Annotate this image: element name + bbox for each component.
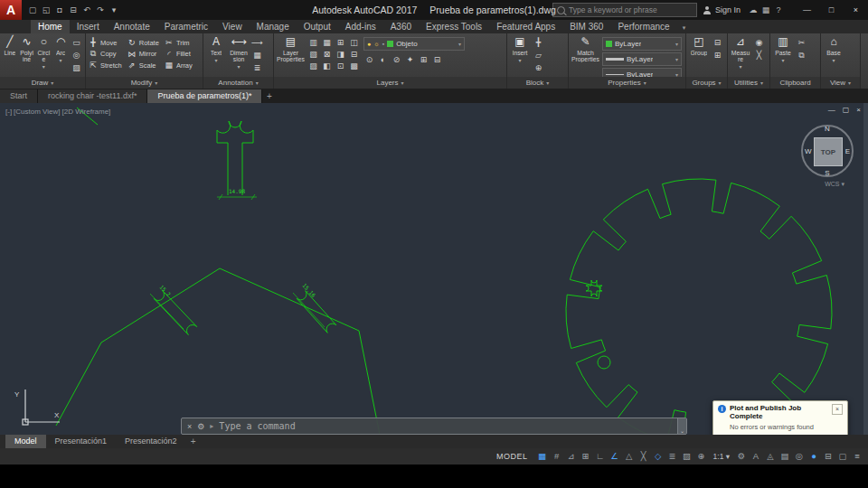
ribbon-tab-bim-360[interactable]: BIM 360 bbox=[562, 20, 610, 33]
visual-style-control[interactable]: [2D Wireframe] bbox=[62, 108, 111, 116]
command-close-icon[interactable]: × bbox=[187, 422, 192, 431]
ribbon-tab-express-tools[interactable]: Express Tools bbox=[419, 20, 489, 33]
object-snap-icon[interactable]: ◇ bbox=[651, 448, 665, 465]
small-tool-icon[interactable]: ╋ bbox=[533, 37, 544, 48]
layer-tool-icon[interactable]: ▨ bbox=[307, 61, 319, 71]
tool-mirror[interactable]: ⋈Mirror bbox=[127, 49, 159, 59]
small-tool-icon[interactable]: ▭ bbox=[71, 37, 82, 48]
tool-group[interactable]: ◰Group bbox=[689, 35, 709, 56]
tool-move[interactable]: ╋Move bbox=[89, 38, 122, 47]
quick-properties-icon[interactable]: ▤ bbox=[778, 448, 792, 465]
help-icon[interactable]: ? bbox=[772, 5, 785, 14]
panel-label-block[interactable]: Block▾ bbox=[507, 77, 568, 89]
small-tool-icon[interactable]: ◉ bbox=[753, 37, 765, 48]
tool-insert[interactable]: ▣Insert▾ bbox=[510, 35, 530, 63]
tool-line[interactable]: ╱Line bbox=[3, 35, 17, 56]
panel-label-properties[interactable]: Properties▾ bbox=[569, 77, 685, 89]
hardware-acceleration-icon[interactable]: ● bbox=[807, 448, 821, 465]
lineweight-icon[interactable]: ≣ bbox=[665, 448, 680, 465]
small-tool-icon[interactable]: ✂ bbox=[796, 37, 807, 48]
tool-base[interactable]: ⌂Base▾ bbox=[824, 35, 844, 63]
small-tool-icon[interactable]: ⊕ bbox=[533, 62, 544, 73]
ribbon-tab-a360[interactable]: A360 bbox=[383, 20, 419, 33]
small-tool-icon[interactable]: ⟶ bbox=[251, 37, 263, 48]
tool-paste[interactable]: ▥Paste▾ bbox=[773, 35, 793, 63]
layer-tool-icon[interactable]: ✦ bbox=[404, 54, 416, 65]
layer-tool-icon[interactable]: ▧ bbox=[307, 49, 319, 60]
layer-tool-icon[interactable]: ◧ bbox=[321, 61, 333, 71]
tool-rotate[interactable]: ↻Rotate bbox=[127, 38, 159, 47]
layout-tab-presentaci-n1[interactable]: Presentación1 bbox=[46, 435, 117, 448]
plate-outline[interactable] bbox=[56, 268, 380, 435]
undo-icon[interactable]: ↶ bbox=[80, 5, 93, 14]
application-menu-button[interactable]: A bbox=[0, 0, 22, 20]
small-tool-icon[interactable]: ▦ bbox=[251, 50, 263, 61]
tool-scale[interactable]: ⇗Scale bbox=[127, 61, 159, 70]
layer-tool-icon[interactable]: ⊟ bbox=[348, 49, 360, 60]
ribbon-tab-overflow-icon[interactable]: ▾ bbox=[677, 24, 692, 33]
plot-icon[interactable]: ⊟ bbox=[67, 5, 80, 14]
viewport-close-icon[interactable]: × bbox=[856, 106, 861, 114]
annotation-visibility-icon[interactable]: A bbox=[749, 448, 763, 465]
dimension-line[interactable] bbox=[150, 294, 184, 329]
viewport-restore-icon[interactable]: ▢ bbox=[843, 106, 850, 114]
hole-circle[interactable] bbox=[598, 356, 610, 369]
tool-fillet[interactable]: ◜Fillet bbox=[165, 49, 193, 59]
layer-tool-icon[interactable]: ⊘ bbox=[391, 54, 402, 65]
new-layout-button[interactable]: + bbox=[186, 436, 201, 446]
drawing-area[interactable]: 14.98 15.2 15.16 [-] [Custom View] [2D W… bbox=[0, 103, 868, 435]
ribbon-tab-insert[interactable]: Insert bbox=[70, 20, 107, 33]
dimension-line[interactable] bbox=[293, 293, 325, 327]
ribbon-tab-view[interactable]: View bbox=[215, 20, 250, 33]
small-tool-icon[interactable]: ≣ bbox=[251, 62, 263, 73]
file-tab-prueba-de-parametros-1[interactable]: Prueba de parametros(1)* bbox=[147, 89, 262, 103]
dimension-line[interactable] bbox=[217, 194, 257, 200]
layer-tool-icon[interactable]: ▩ bbox=[348, 61, 360, 71]
dimension-label[interactable]: 15.16 bbox=[301, 282, 317, 298]
property-select-0[interactable]: ByLayer▾ bbox=[602, 37, 682, 51]
notification-close-button[interactable]: × bbox=[832, 404, 843, 415]
exchange-apps-icon[interactable]: ▦ bbox=[760, 5, 772, 14]
ribbon-tab-manage[interactable]: Manage bbox=[250, 20, 297, 33]
annotation-scale-button[interactable]: 1:1 ▾ bbox=[709, 452, 734, 461]
small-tool-icon[interactable]: ⊞ bbox=[712, 50, 723, 61]
vertical-scrollbar[interactable] bbox=[863, 103, 868, 435]
customization-icon[interactable]: ≡ bbox=[850, 448, 864, 465]
new-drawing-tab-button[interactable]: + bbox=[262, 89, 276, 103]
small-tool-icon[interactable]: ╳ bbox=[753, 50, 765, 61]
model-space-button[interactable]: MODEL bbox=[489, 452, 535, 461]
selection-cycling-icon[interactable]: ⊕ bbox=[694, 448, 709, 465]
command-customize-icon[interactable]: ⚙ bbox=[197, 422, 204, 431]
tool-copy[interactable]: ⧉Copy bbox=[89, 49, 122, 59]
tool-circle[interactable]: ○Circle▾ bbox=[37, 35, 52, 70]
command-input[interactable]: Type a command bbox=[219, 421, 672, 431]
tool-array[interactable]: ▦Array bbox=[165, 61, 193, 70]
workspace-switching-icon[interactable]: ⚙ bbox=[734, 448, 749, 465]
layer-tool-icon[interactable]: ▦ bbox=[321, 37, 333, 48]
cross-cutout-outline[interactable] bbox=[586, 280, 602, 296]
plot-status-icon[interactable]: ⊟ bbox=[821, 448, 835, 465]
minimize-button[interactable]: — bbox=[795, 0, 819, 20]
redo-icon[interactable]: ↷ bbox=[94, 5, 107, 14]
viewcube-east-label[interactable]: E bbox=[845, 147, 850, 155]
small-tool-icon[interactable]: ▨ bbox=[71, 62, 82, 73]
object-snap-tracking-icon[interactable]: ╳ bbox=[637, 448, 651, 465]
panel-label-view[interactable]: View▾ bbox=[821, 77, 860, 89]
viewcube-south-label[interactable]: S bbox=[825, 169, 829, 177]
panel-label-groups[interactable]: Groups▾ bbox=[686, 77, 727, 89]
clover-slot-outline[interactable] bbox=[217, 121, 253, 195]
panel-label-modify[interactable]: Modify▾ bbox=[86, 77, 203, 89]
layer-tool-icon[interactable]: ⊠ bbox=[321, 49, 333, 60]
tool-text[interactable]: AText▾ bbox=[206, 35, 226, 63]
layer-tool-icon[interactable]: ⊞ bbox=[418, 54, 429, 65]
slot1-outline[interactable] bbox=[154, 291, 196, 335]
dynamic-input-icon[interactable]: ⊞ bbox=[579, 448, 593, 465]
search-box[interactable]: Type a keyword or phrase bbox=[552, 3, 697, 17]
layer-tool-icon[interactable]: ⊡ bbox=[335, 61, 346, 71]
panel-label-utilities[interactable]: Utilities▾ bbox=[728, 77, 769, 89]
command-line[interactable]: × ⚙ ▸ Type a command ⌄ bbox=[181, 418, 687, 435]
snap-mode-icon[interactable]: # bbox=[550, 448, 564, 465]
layer-tool-icon[interactable]: ◐ bbox=[377, 54, 389, 65]
close-button[interactable]: × bbox=[844, 0, 868, 20]
viewcube-top-face[interactable]: TOP bbox=[814, 137, 843, 166]
